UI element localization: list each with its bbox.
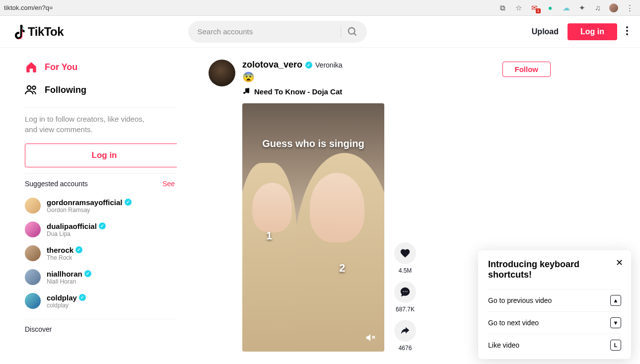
url-bar[interactable]: tiktok.com/en?q= [4, 4, 498, 11]
video-player[interactable]: Guess who is singing 1 2 [242, 103, 384, 352]
svg-point-12 [405, 291, 406, 292]
follow-button[interactable]: Follow [502, 62, 551, 77]
svg-line-1 [354, 33, 356, 35]
nav-label: Following [45, 85, 86, 95]
login-prompt: Log in to follow creators, like videos, … [25, 114, 177, 135]
verified-icon [305, 62, 312, 69]
post-display-name: Veronika [315, 61, 342, 69]
shortcut-row: Go to previous video ▲ [488, 289, 621, 311]
svg-point-0 [349, 27, 355, 34]
music-title: Need To Know - Doja Cat [254, 87, 342, 96]
post-handle[interactable]: zolotova_vero [242, 60, 302, 70]
mute-icon[interactable] [363, 331, 377, 345]
verified-icon [99, 222, 106, 229]
comment-count: 687.7K [396, 306, 415, 313]
shortcut-row: Go to next video ▼ [488, 311, 621, 334]
like-count: 4.5M [399, 267, 412, 274]
avatar [25, 221, 41, 237]
key-badge: ▼ [610, 317, 621, 328]
sidebar: For You Following Log in to follow creat… [0, 48, 177, 364]
suggested-account[interactable]: therock The Rock [25, 241, 177, 265]
account-name: Dua Lipa [47, 230, 106, 237]
cloud-icon[interactable]: ☁ [562, 3, 570, 12]
suggested-account[interactable]: niallhoran Niall Horan [25, 265, 177, 289]
gmail-icon[interactable]: ✉1 [530, 3, 539, 12]
avatar [25, 245, 41, 261]
avatar [25, 269, 41, 285]
account-name: The Rock [47, 254, 82, 261]
feed: Follow zolotova_vero Veronika 😨 Need [177, 48, 640, 364]
share-count: 4676 [399, 345, 412, 352]
see-all-link[interactable]: See all [162, 180, 177, 188]
share-button[interactable] [394, 320, 416, 342]
video-actions: 4.5M 687.7K 4676 [394, 242, 416, 352]
profile-avatar-icon[interactable] [609, 3, 618, 12]
open-external-icon[interactable]: ⧉ [498, 3, 507, 12]
discover-title: Discover [25, 325, 177, 333]
divider [25, 319, 177, 319]
divider [25, 173, 177, 174]
kebab-icon[interactable]: ⋮ [625, 3, 634, 12]
grammarly-icon[interactable]: ● [546, 3, 555, 12]
account-handle: gordonramsayofficial [47, 198, 123, 207]
comment-button[interactable] [394, 281, 416, 303]
shortcut-row: Like video L [488, 334, 621, 356]
sidebar-login-button[interactable]: Log in [25, 144, 177, 167]
more-icon[interactable] [626, 26, 628, 37]
suggested-account[interactable]: dualipaofficial Dua Lipa [25, 218, 177, 241]
video-overlay-text: Guess who is singing [242, 138, 384, 149]
music-icon [242, 87, 250, 96]
tiktok-note-icon [12, 24, 26, 39]
post-music[interactable]: Need To Know - Doja Cat [242, 87, 640, 96]
suggested-account[interactable]: gordonramsayofficial Gordon Ramsay [25, 194, 177, 218]
key-badge: ▲ [610, 295, 621, 306]
verified-icon [84, 270, 91, 277]
shortcut-label: Go to next video [488, 319, 539, 327]
nav-following[interactable]: Following [25, 78, 177, 101]
search-icon[interactable] [347, 26, 358, 37]
search-input[interactable] [197, 27, 335, 36]
nav-label: For You [45, 62, 77, 73]
svg-point-11 [403, 291, 404, 292]
logo[interactable]: TikTok [12, 24, 64, 39]
puzzle-icon[interactable]: ✦ [577, 3, 586, 12]
account-handle: coldplay [47, 293, 77, 302]
avatar [25, 198, 41, 214]
svg-point-6 [32, 86, 36, 89]
account-name: coldplay [47, 302, 86, 309]
shortcut-label: Go to previous video [488, 296, 552, 304]
account-handle: therock [47, 246, 73, 254]
suggested-title: Suggested accounts [25, 180, 88, 188]
home-icon [25, 61, 39, 73]
music-list-icon[interactable]: ♫ [593, 3, 602, 12]
browser-chrome: tiktok.com/en?q= ⧉ ☆ ✉1 ● ☁ ✦ ♫ ⋮ [0, 0, 640, 16]
verified-icon [125, 199, 132, 206]
shortcuts-popup: ✕ Introducing keyboard shortcuts! Go to … [478, 250, 631, 359]
account-handle: dualipaofficial [47, 222, 97, 230]
svg-point-3 [626, 30, 628, 32]
header-login-button[interactable]: Log in [568, 23, 617, 40]
post-avatar[interactable] [209, 60, 235, 86]
shortcuts-title: Introducing keyboard shortcuts! [488, 259, 621, 280]
post-caption: 😨 [242, 71, 640, 83]
account-name: Niall Horan [47, 278, 91, 285]
avatar [25, 293, 41, 309]
video-num-1: 1 [266, 229, 272, 242]
logo-text: TikTok [28, 25, 64, 39]
nav-for-you[interactable]: For You [25, 56, 177, 78]
browser-icons: ⧉ ☆ ✉1 ● ☁ ✦ ♫ ⋮ [498, 3, 634, 12]
close-icon[interactable]: ✕ [616, 257, 623, 268]
like-button[interactable] [394, 242, 416, 264]
account-name: Gordon Ramsay [47, 207, 132, 214]
svg-point-5 [27, 86, 31, 90]
divider [25, 107, 177, 108]
svg-point-7 [243, 92, 245, 94]
suggested-account[interactable]: coldplay coldplay [25, 289, 177, 313]
svg-point-4 [626, 33, 628, 35]
account-handle: niallhoran [47, 270, 82, 278]
search-box[interactable] [188, 21, 367, 43]
upload-link[interactable]: Upload [532, 27, 559, 36]
star-icon[interactable]: ☆ [514, 3, 523, 12]
key-badge: L [610, 340, 621, 351]
svg-point-8 [247, 91, 249, 93]
